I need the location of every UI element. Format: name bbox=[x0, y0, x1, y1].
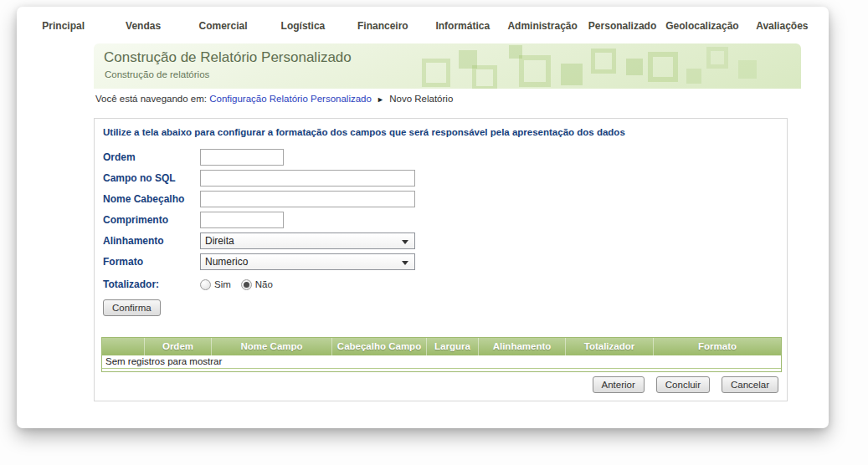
column-header-formato[interactable]: Formato bbox=[653, 338, 781, 355]
chevron-down-icon bbox=[402, 261, 408, 265]
nav-label: Comercial bbox=[183, 20, 263, 32]
nav-label: Administração bbox=[502, 20, 582, 32]
form-row-alinhamento: Alinhamento Direita bbox=[103, 232, 778, 249]
totalizador-sim-radio[interactable] bbox=[200, 279, 211, 290]
campo-sql-input[interactable] bbox=[200, 170, 415, 187]
chevron-down-icon bbox=[402, 240, 408, 244]
nav-item-principal[interactable]: Principal bbox=[23, 20, 103, 47]
nav-label: Personalizado bbox=[583, 20, 662, 32]
wizard-actions: Anterior Concluir Cancelar bbox=[101, 376, 778, 393]
nav-label: Principal bbox=[23, 20, 103, 32]
ordem-input[interactable] bbox=[200, 149, 284, 166]
anterior-button[interactable]: Anterior bbox=[593, 376, 645, 393]
column-header-cabecalho-campo[interactable]: Cabeçalho Campo bbox=[331, 338, 426, 355]
form-row-comprimento: Comprimento bbox=[103, 212, 778, 228]
column-header-totalizador[interactable]: Totalizador bbox=[565, 338, 653, 355]
nome-cabecalho-label: Nome Cabeçalho bbox=[103, 193, 200, 205]
breadcrumb-prefix: Você está navegando em: bbox=[95, 94, 207, 104]
page-title: Construção de Relatório Personalizado bbox=[104, 49, 352, 66]
form-row-totalizador: Totalizador: Sim Não bbox=[103, 276, 778, 293]
fields-table: Ordem Nome Campo Cabeçalho Campo Largura… bbox=[101, 337, 782, 372]
form-row-ordem: Ordem bbox=[103, 149, 778, 166]
cancelar-button[interactable]: Cancelar bbox=[722, 376, 778, 393]
totalizador-radio-group: Sim Não bbox=[200, 279, 283, 290]
comprimento-input[interactable] bbox=[200, 212, 284, 228]
page-subtitle: Construção de relatórios bbox=[105, 69, 209, 79]
alinhamento-selected-value: Direita bbox=[201, 235, 234, 247]
confirm-row: Confirma bbox=[103, 299, 780, 316]
nav-label: Vendas bbox=[103, 20, 182, 32]
nav-label: Avaliações bbox=[742, 20, 822, 32]
campo-sql-label: Campo no SQL bbox=[103, 172, 200, 184]
breadcrumb: Você está navegando em: Configuração Rel… bbox=[95, 94, 453, 104]
column-header-alinhamento[interactable]: Alinhamento bbox=[478, 338, 565, 355]
form-instructions: Utilize a tela abaixo para configurar a … bbox=[103, 127, 778, 137]
concluir-button[interactable]: Concluir bbox=[656, 376, 710, 393]
form-row-nome-cabecalho: Nome Cabeçalho bbox=[103, 191, 778, 207]
report-config-panel: Utilize a tela abaixo para configurar a … bbox=[94, 118, 788, 401]
breadcrumb-current: Novo Relatório bbox=[389, 94, 453, 104]
totalizador-label: Totalizador: bbox=[103, 278, 200, 290]
page-card: Principal Vendas Comercial Logística Fin… bbox=[17, 7, 829, 428]
fields-table-header: Ordem Nome Campo Cabeçalho Campo Largura… bbox=[102, 338, 781, 355]
nav-label: Financeiro bbox=[343, 20, 423, 32]
nav-label: Logística bbox=[263, 20, 342, 32]
alinhamento-label: Alinhamento bbox=[103, 235, 200, 247]
nome-cabecalho-input[interactable] bbox=[200, 191, 415, 207]
formato-selected-value: Numerico bbox=[201, 256, 248, 268]
formato-label: Formato bbox=[103, 256, 200, 268]
column-header-ordem[interactable]: Ordem bbox=[144, 338, 211, 355]
alinhamento-select[interactable]: Direita bbox=[200, 232, 415, 249]
form-row-campo-sql: Campo no SQL bbox=[103, 170, 778, 187]
comprimento-label: Comprimento bbox=[103, 214, 200, 226]
column-header-largura[interactable]: Largura bbox=[426, 338, 478, 355]
totalizador-nao-label: Não bbox=[255, 279, 273, 289]
breadcrumb-link-configuracao[interactable]: Configuração Relatório Personalizado bbox=[209, 94, 372, 104]
form-row-formato: Formato Numerico bbox=[103, 253, 778, 270]
ordem-label: Ordem bbox=[103, 151, 200, 163]
confirma-button[interactable]: Confirma bbox=[103, 299, 161, 316]
nav-label: Informática bbox=[423, 20, 502, 32]
breadcrumb-arrow-icon: ► bbox=[377, 95, 384, 104]
empty-table-message: Sem registros para mostrar bbox=[102, 355, 781, 369]
column-header-empty bbox=[102, 338, 144, 355]
nav-label: Geolocalização bbox=[662, 20, 742, 32]
totalizador-sim-label: Sim bbox=[214, 279, 231, 289]
formato-select[interactable]: Numerico bbox=[200, 253, 415, 270]
page-banner: Construção de Relatório Personalizado Co… bbox=[94, 43, 801, 89]
table-footer-strip bbox=[102, 369, 781, 371]
column-header-nome-campo[interactable]: Nome Campo bbox=[211, 338, 331, 355]
totalizador-nao-radio[interactable] bbox=[241, 279, 252, 290]
